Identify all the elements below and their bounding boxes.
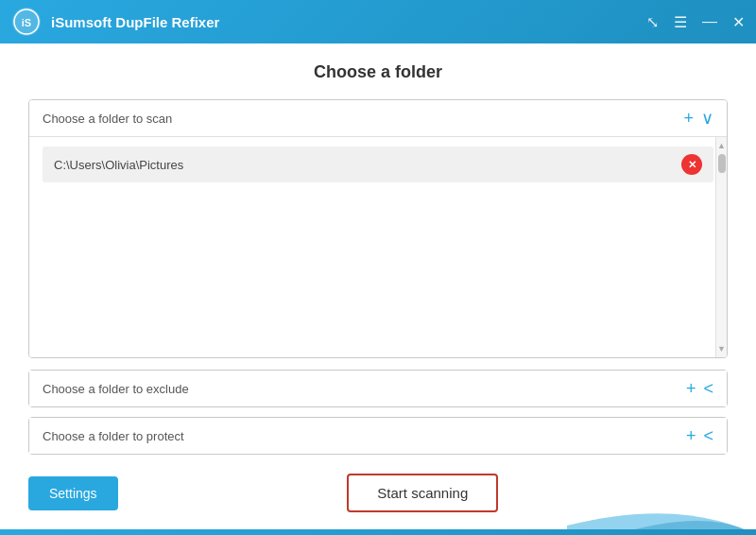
exclude-folder-header: Choose a folder to exclude + < <box>29 371 727 406</box>
close-icon[interactable]: ✕ <box>732 13 745 31</box>
protect-folder-add-btn[interactable]: + <box>686 427 696 444</box>
titlebar: iS iSumsoft DupFile Refixer ⤡ ☰ ― ✕ <box>0 0 756 43</box>
app-title: iSumsoft DupFile Refixer <box>51 14 646 30</box>
page-title: Choose a folder <box>28 62 728 82</box>
start-scanning-button[interactable]: Start scanning <box>347 474 498 512</box>
scan-folder-panel: Choose a folder to scan + ∨ C:\Users\Oli… <box>28 99 728 358</box>
settings-button[interactable]: Settings <box>28 476 118 510</box>
exclude-folder-label: Choose a folder to exclude <box>43 382 686 396</box>
share-icon[interactable]: ⤡ <box>646 13 659 31</box>
scroll-up-arrow[interactable]: ▲ <box>717 139 726 152</box>
menu-icon[interactable]: ☰ <box>674 13 687 31</box>
main-content: Choose a folder Choose a folder to scan … <box>0 43 756 535</box>
scrollbar-thumb[interactable] <box>718 154 726 173</box>
scan-folder-label: Choose a folder to scan <box>43 112 683 126</box>
scrollbar[interactable]: ▲ ▼ <box>715 137 727 357</box>
protect-folder-panel: Choose a folder to protect + < <box>28 417 728 455</box>
svg-text:iS: iS <box>22 17 31 28</box>
minimize-icon[interactable]: ― <box>702 13 717 30</box>
protect-folder-label: Choose a folder to protect <box>43 429 686 443</box>
exclude-folder-actions: + < <box>686 380 713 397</box>
protect-folder-collapse-btn[interactable]: < <box>703 427 713 444</box>
scan-folder-content: C:\Users\Olivia\Pictures ▲ ▼ <box>29 137 727 357</box>
remove-folder-btn[interactable] <box>681 154 702 175</box>
exclude-folder-panel: Choose a folder to exclude + < <box>28 370 728 407</box>
scroll-down-arrow[interactable]: ▼ <box>717 342 726 355</box>
window-controls: ⤡ ☰ ― ✕ <box>646 13 745 31</box>
folder-item: C:\Users\Olivia\Pictures <box>43 147 713 182</box>
app-logo: iS <box>11 7 42 37</box>
scan-folder-add-btn[interactable]: + <box>683 110 694 127</box>
folder-path: C:\Users\Olivia\Pictures <box>54 158 681 172</box>
scan-folder-actions: + ∨ <box>683 110 713 127</box>
protect-folder-actions: + < <box>686 427 713 444</box>
exclude-folder-collapse-btn[interactable]: < <box>703 380 713 397</box>
scan-folder-header: Choose a folder to scan + ∨ <box>29 100 727 137</box>
protect-folder-header: Choose a folder to protect + < <box>29 418 727 454</box>
bottom-bar: Settings Start scanning <box>28 474 728 516</box>
exclude-folder-add-btn[interactable]: + <box>686 380 696 397</box>
scan-folder-collapse-btn[interactable]: ∨ <box>701 110 713 127</box>
